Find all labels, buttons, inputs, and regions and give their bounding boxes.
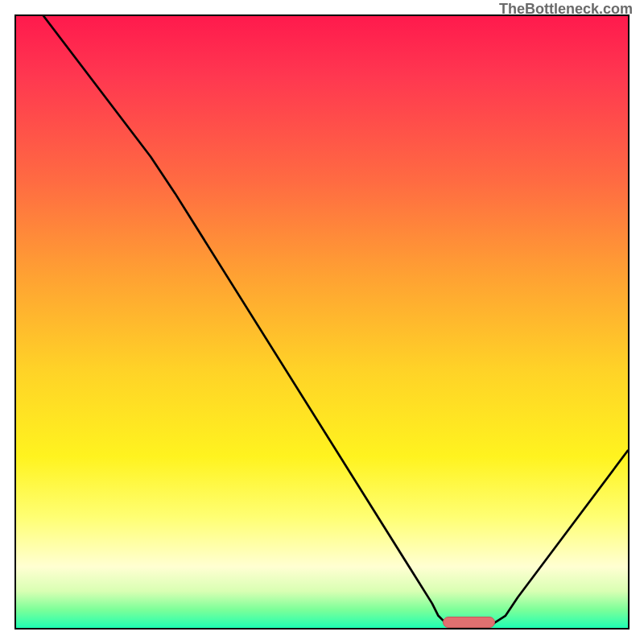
plot-border (14, 14, 630, 630)
chart-frame: TheBottleneck.com (0, 0, 644, 644)
gradient-fill (16, 16, 628, 628)
optimum-marker (443, 617, 495, 628)
plot-area (16, 16, 628, 628)
